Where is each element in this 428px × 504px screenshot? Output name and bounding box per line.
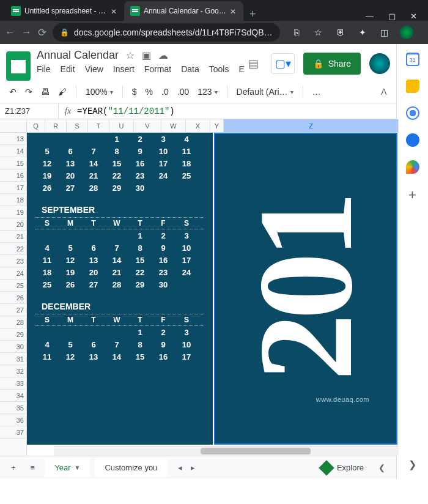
increase-decimal-button[interactable]: .00 [174, 84, 192, 99]
row-header-22[interactable]: 22 [0, 243, 26, 255]
new-tab-button[interactable]: + [243, 8, 262, 21]
menu-tools[interactable]: Tools [209, 64, 229, 74]
add-sheet-button[interactable]: + [6, 461, 21, 475]
tabs-icon[interactable]: ◫ [378, 26, 391, 39]
spreadsheet-grid[interactable]: 1314151617181920212223242526272829303132… [0, 119, 396, 456]
sheet-nav-next-icon[interactable]: ▸ [191, 463, 195, 472]
get-addons-icon[interactable]: + [408, 187, 416, 203]
row-header-15[interactable]: 15 [0, 157, 26, 169]
address-bar[interactable]: 🔒 docs.google.com/spreadsheets/d/1Lr4T8F… [53, 23, 280, 42]
collapse-toolbar-icon[interactable]: ᐱ [378, 84, 390, 99]
row-header-32[interactable]: 32 [0, 365, 26, 377]
more-toolbar-button[interactable]: … [309, 84, 324, 99]
row-header-28[interactable]: 28 [0, 316, 26, 328]
menu-edit[interactable]: Edit [61, 64, 75, 74]
menu-insert[interactable]: Insert [113, 64, 135, 74]
row-header-37[interactable]: 37 [0, 426, 26, 439]
cloud-status-icon[interactable]: ☁ [158, 50, 168, 61]
row-header-35[interactable]: 35 [0, 402, 26, 414]
undo-icon[interactable]: ↶ [6, 84, 20, 99]
side-panel-toggle-icon[interactable]: ❮ [374, 461, 390, 475]
all-sheets-button[interactable]: ≡ [26, 461, 40, 475]
keep-addon-icon[interactable] [406, 80, 419, 93]
star-icon[interactable]: ☆ [312, 26, 325, 39]
redo-icon[interactable]: ↷ [22, 84, 35, 99]
browser-tab-1[interactable]: Untitled spreadsheet - Goog ✕ [5, 1, 124, 21]
row-header-21[interactable]: 21 [0, 231, 26, 243]
nav-forward-icon[interactable]: → [21, 26, 32, 39]
account-avatar[interactable] [369, 53, 390, 74]
row-header-19[interactable]: 19 [0, 206, 26, 218]
name-box[interactable]: Z1:Z37 [0, 103, 59, 119]
kebab-menu-icon[interactable]: ⋮ [422, 26, 428, 39]
menu-extensions[interactable]: E [238, 64, 244, 74]
menu-view[interactable]: View [85, 64, 103, 74]
puzzle-icon[interactable]: ✦ [356, 26, 369, 39]
row-header-29[interactable]: 29 [0, 328, 26, 341]
sheets-logo-icon[interactable] [6, 51, 31, 81]
currency-button[interactable]: $ [129, 84, 140, 99]
row-header-27[interactable]: 27 [0, 304, 26, 316]
paint-format-icon[interactable]: 🖌 [55, 84, 70, 99]
close-window-button[interactable]: ✕ [410, 12, 417, 21]
year-display: 201 [214, 133, 397, 445]
toolbar: ↶ ↷ 🖶 🖌 100% $ % .0 .00 123 Default (Ari… [0, 81, 396, 103]
print-icon[interactable]: 🖶 [38, 84, 53, 99]
nav-back-icon[interactable]: ← [5, 26, 15, 39]
row-header-31[interactable]: 31 [0, 353, 26, 365]
contacts-addon-icon[interactable] [406, 133, 419, 147]
menu-format[interactable]: Format [144, 64, 171, 74]
number-format-button[interactable]: 123 [194, 84, 220, 99]
sheets-header: Annual Calendar ☆ ▣ ☁ File Edit View Ins… [0, 44, 396, 81]
row-header-23[interactable]: 23 [0, 255, 26, 267]
reload-icon[interactable]: ⟳ [38, 26, 46, 39]
row-header-34[interactable]: 34 [0, 390, 26, 402]
explore-button[interactable]: Explore [321, 462, 364, 473]
formula-input[interactable]: =YEAR("11/11/2011") [77, 106, 175, 116]
hide-side-panel-icon[interactable]: ❯ [408, 459, 416, 470]
horizontal-scrollbar[interactable] [54, 446, 399, 456]
decrease-decimal-button[interactable]: .0 [158, 84, 172, 99]
row-header-13[interactable]: 13 [0, 133, 26, 145]
share-page-icon[interactable]: ⎘ [290, 26, 303, 39]
maps-addon-icon[interactable] [406, 160, 419, 174]
row-header-24[interactable]: 24 [0, 267, 26, 280]
zoom-select[interactable]: 100% [83, 84, 116, 99]
menu-data[interactable]: Data [181, 64, 199, 74]
star-icon[interactable]: ☆ [126, 50, 135, 61]
sheet-nav-prev-icon[interactable]: ◂ [178, 463, 182, 472]
share-button[interactable]: 🔒 Share [303, 53, 361, 75]
row-header-17[interactable]: 17 [0, 182, 26, 194]
row-headers: 1314151617181920212223242526272829303132… [0, 119, 27, 456]
row-header-18[interactable]: 18 [0, 194, 26, 206]
row-header-14[interactable]: 14 [0, 145, 26, 157]
browser-tab-2[interactable]: Annual Calendar - Google S ✕ [124, 1, 243, 21]
sheet-tab-year[interactable]: Year ▼ [45, 458, 90, 477]
url-text: docs.google.com/spreadsheets/d/1Lr4T8Fi7… [74, 28, 273, 37]
row-header-33[interactable]: 33 [0, 377, 26, 390]
close-icon[interactable]: ✕ [111, 7, 118, 15]
calendar-addon-icon[interactable] [406, 53, 419, 66]
row-header-20[interactable]: 20 [0, 218, 26, 231]
row-header-26[interactable]: 26 [0, 292, 26, 304]
sheets-main: Annual Calendar ☆ ▣ ☁ File Edit View Ins… [0, 44, 396, 479]
sheet-tab-customize[interactable]: Customize you [95, 458, 167, 477]
font-select[interactable]: Default (Ari… [234, 84, 297, 99]
minimize-button[interactable]: — [366, 12, 374, 21]
row-header-36[interactable]: 36 [0, 414, 26, 426]
profile-icon[interactable] [400, 26, 413, 39]
menu-file[interactable]: File [37, 64, 51, 74]
doc-title[interactable]: Annual Calendar [37, 49, 119, 62]
maximize-button[interactable]: ▢ [388, 12, 396, 21]
move-icon[interactable]: ▣ [142, 50, 151, 61]
tasks-addon-icon[interactable] [406, 106, 419, 120]
extension-icon[interactable]: ⛨ [334, 26, 347, 39]
row-header-16[interactable]: 16 [0, 169, 26, 182]
present-icon[interactable]: ▢▾ [271, 53, 295, 74]
percent-button[interactable]: % [142, 84, 156, 99]
select-all-corner[interactable] [0, 119, 26, 133]
row-header-30[interactable]: 30 [0, 341, 26, 353]
row-header-25[interactable]: 25 [0, 280, 26, 292]
comments-icon[interactable]: ▤ [245, 54, 263, 73]
close-icon[interactable]: ✕ [230, 7, 237, 15]
